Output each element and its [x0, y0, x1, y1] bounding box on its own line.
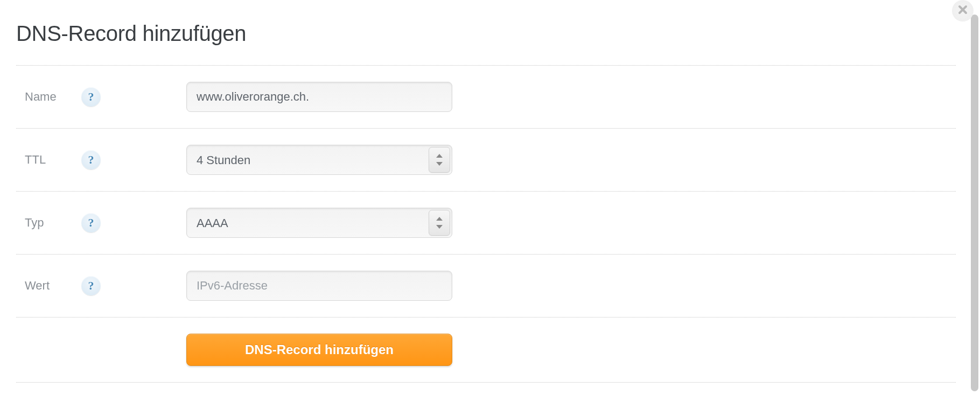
row-type: Typ ? AAAA	[16, 191, 956, 254]
label-ttl: TTL	[25, 153, 81, 167]
label-name: Name	[25, 90, 81, 104]
type-select[interactable]: AAAA	[186, 208, 452, 238]
dialog-content: DNS-Record hinzufügen Name ? TTL ? 4 Stu…	[0, 0, 972, 383]
ttl-select[interactable]: 4 Stunden	[186, 145, 452, 175]
dialog-title: DNS-Record hinzufügen	[16, 22, 956, 46]
row-submit: DNS-Record hinzufügen	[16, 317, 956, 383]
help-icon[interactable]: ?	[81, 87, 101, 107]
wert-input[interactable]	[186, 271, 452, 301]
name-input[interactable]	[186, 82, 452, 112]
row-ttl: TTL ? 4 Stunden	[16, 128, 956, 191]
scrollbar-track[interactable]	[971, 2, 978, 389]
help-icon[interactable]: ?	[81, 150, 101, 170]
label-type: Typ	[25, 216, 81, 230]
row-wert: Wert ?	[16, 254, 956, 317]
submit-button[interactable]: DNS-Record hinzufügen	[186, 334, 452, 366]
close-icon	[957, 4, 968, 17]
row-name: Name ?	[16, 65, 956, 128]
help-icon[interactable]: ?	[81, 213, 101, 232]
label-wert: Wert	[25, 279, 81, 293]
help-icon[interactable]: ?	[81, 276, 101, 295]
close-button[interactable]	[952, 0, 974, 22]
scrollbar-thumb[interactable]	[971, 15, 978, 391]
